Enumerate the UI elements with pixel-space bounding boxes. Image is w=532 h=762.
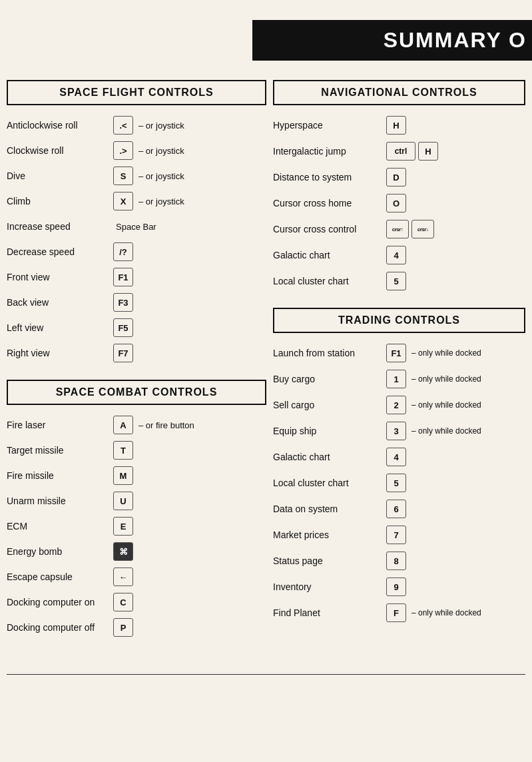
- key-box: F1: [113, 268, 133, 286]
- control-label: Back view: [7, 297, 113, 308]
- space-flight-section: SPACE FLIGHT CONTROLS Anticlockwise roll…: [7, 80, 266, 364]
- key-note: – or joystick: [138, 196, 184, 206]
- control-label: Climb: [7, 196, 113, 206]
- key-box: .>: [113, 141, 133, 160]
- control-label: Decrease speed: [7, 246, 113, 257]
- list-item: Cursor cross home O: [273, 192, 525, 214]
- list-item: Fire laser A – or fire button: [7, 414, 266, 436]
- control-label: ECM: [7, 521, 113, 532]
- key-note: Space Bar: [116, 222, 156, 232]
- key-box: M: [113, 466, 133, 485]
- list-item: Intergalactic jump ctrl H: [273, 141, 525, 162]
- control-label: Cursor cross home: [273, 198, 386, 208]
- key-area: Space Bar: [113, 222, 266, 232]
- docked-note: – only while docked: [411, 426, 481, 436]
- key-area: ctrl H: [386, 142, 525, 161]
- key-box: C: [113, 593, 133, 611]
- header-banner: SUMMARY O: [252, 20, 532, 61]
- key-note: – or joystick: [138, 171, 184, 181]
- control-label: Fire laser: [7, 420, 113, 430]
- list-item: Front view F1: [7, 266, 266, 288]
- key-box: O: [386, 194, 406, 212]
- list-item: Dive S – or joystick: [7, 165, 266, 187]
- list-item: Decrease speed /?: [7, 241, 266, 262]
- trading-controls-list: Launch from station F1 – only while dock…: [273, 342, 525, 623]
- key-box: 7: [386, 526, 406, 544]
- key-box: F7: [113, 344, 133, 362]
- list-item: Left view F5: [7, 317, 266, 338]
- control-label: Local cluster chart: [273, 276, 386, 286]
- list-item: Sell cargo 2 – only while docked: [273, 394, 525, 416]
- key-note: – or joystick: [138, 146, 184, 156]
- control-label: Hyperspace: [273, 120, 386, 131]
- list-item: Energy bomb ⌘: [7, 541, 266, 562]
- key-area: 5: [386, 272, 525, 290]
- key-area: 7: [386, 526, 525, 544]
- key-area: U: [113, 492, 266, 510]
- key-area: 3 – only while docked: [386, 422, 525, 440]
- key-area: 2 – only while docked: [386, 396, 525, 414]
- key-area: A – or fire button: [113, 416, 266, 434]
- header-title: SUMMARY O: [384, 28, 527, 52]
- docked-note: – only while docked: [411, 348, 481, 358]
- list-item: Launch from station F1 – only while dock…: [273, 342, 525, 364]
- key-area: P: [113, 618, 266, 637]
- key-box: 2: [386, 396, 406, 414]
- key-area: H: [386, 116, 525, 135]
- key-box: 8: [386, 552, 406, 570]
- page-divider: [7, 674, 525, 675]
- key-box: X: [113, 192, 133, 210]
- key-note: – or fire button: [138, 420, 194, 430]
- control-label: Market prices: [273, 530, 386, 540]
- key-area: F1: [113, 268, 266, 286]
- control-label: Docking computer off: [7, 622, 113, 633]
- key-area: 4: [386, 448, 525, 466]
- list-item: Equip ship 3 – only while docked: [273, 420, 525, 442]
- key-box: 5: [386, 474, 406, 492]
- control-label: Fire missile: [7, 470, 113, 481]
- control-label: Unarm missile: [7, 496, 113, 506]
- control-label: Anticlockwise roll: [7, 120, 113, 131]
- key-box: F5: [113, 318, 133, 337]
- list-item: Docking computer on C: [7, 591, 266, 613]
- trading-heading: TRADING CONTROLS: [273, 308, 525, 333]
- control-label: Docking computer on: [7, 597, 113, 607]
- key-box: D: [386, 168, 406, 187]
- control-label: Status page: [273, 556, 386, 566]
- key-box: 3: [386, 422, 406, 440]
- key-area: 8: [386, 552, 525, 570]
- key-area: F1 – only while docked: [386, 344, 525, 362]
- left-column: SPACE FLIGHT CONTROLS Anticlockwise roll…: [7, 80, 266, 654]
- key-box: 1: [386, 370, 406, 388]
- key-area: E: [113, 517, 266, 536]
- key-box: H: [418, 142, 438, 161]
- key-area: S – or joystick: [113, 167, 266, 185]
- list-item: Find Planet F – only while docked: [273, 602, 525, 623]
- key-note: – or joystick: [138, 121, 184, 131]
- space-flight-heading: SPACE FLIGHT CONTROLS: [7, 80, 266, 105]
- list-item: Local cluster chart 5: [273, 270, 525, 292]
- control-label: Data on system: [273, 504, 386, 514]
- list-item: Distance to system D: [273, 167, 525, 188]
- list-item: Target missile T: [7, 440, 266, 461]
- list-item: Hyperspace H: [273, 115, 525, 136]
- navigational-heading: NAVIGATIONAL CONTROLS: [273, 80, 525, 105]
- key-box: 5: [386, 272, 406, 290]
- key-box: crsr↓: [411, 220, 434, 238]
- key-area: M: [113, 466, 266, 485]
- key-area: O: [386, 194, 525, 212]
- main-content: SPACE FLIGHT CONTROLS Anticlockwise roll…: [0, 0, 532, 674]
- key-box: S: [113, 167, 133, 185]
- key-box: ctrl: [386, 142, 415, 161]
- control-label: Buy cargo: [273, 374, 386, 384]
- key-box: U: [113, 492, 133, 510]
- key-area: C: [113, 593, 266, 611]
- list-item: Increase speed Space Bar: [7, 216, 266, 237]
- key-box: 4: [386, 448, 406, 466]
- control-label: Inventory: [273, 581, 386, 592]
- control-label: Energy bomb: [7, 546, 113, 557]
- key-box: P: [113, 618, 133, 637]
- docked-note: – only while docked: [411, 374, 481, 384]
- control-label: Distance to system: [273, 172, 386, 183]
- list-item: Data on system 6: [273, 498, 525, 520]
